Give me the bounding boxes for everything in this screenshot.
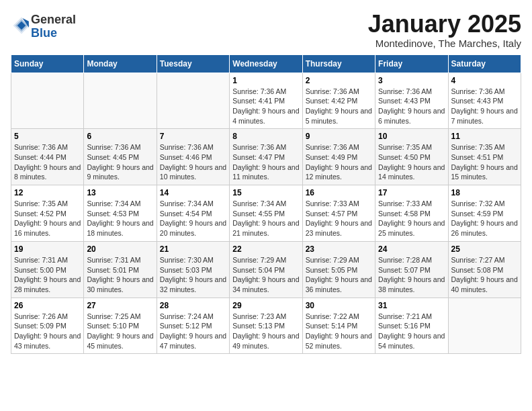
weekday-header-tuesday: Tuesday (157, 54, 229, 73)
day-info: Sunrise: 7:30 AM Sunset: 5:03 PM Dayligh… (160, 255, 226, 295)
day-number: 25 (451, 244, 518, 254)
calendar-cell: 30Sunrise: 7:22 AM Sunset: 5:14 PM Dayli… (302, 298, 375, 354)
day-number: 1 (232, 76, 299, 85)
day-number: 9 (306, 132, 372, 141)
day-info: Sunrise: 7:29 AM Sunset: 5:04 PM Dayligh… (232, 255, 299, 295)
calendar-cell (84, 73, 157, 129)
day-info: Sunrise: 7:36 AM Sunset: 4:41 PM Dayligh… (232, 87, 299, 126)
calendar-cell: 26Sunrise: 7:26 AM Sunset: 5:09 PM Dayli… (11, 298, 84, 354)
day-info: Sunrise: 7:31 AM Sunset: 5:00 PM Dayligh… (14, 255, 81, 295)
weekday-header-sunday: Sunday (11, 54, 84, 73)
calendar-week-row: 5Sunrise: 7:36 AM Sunset: 4:44 PM Daylig… (11, 129, 521, 185)
calendar-cell: 22Sunrise: 7:29 AM Sunset: 5:04 PM Dayli… (230, 241, 302, 298)
calendar-cell: 31Sunrise: 7:21 AM Sunset: 5:16 PM Dayli… (375, 298, 448, 354)
day-info: Sunrise: 7:29 AM Sunset: 5:05 PM Dayligh… (306, 255, 372, 295)
day-info: Sunrise: 7:34 AM Sunset: 4:54 PM Dayligh… (160, 199, 226, 238)
day-number: 29 (232, 301, 299, 310)
day-number: 10 (378, 132, 445, 141)
calendar-cell: 12Sunrise: 7:35 AM Sunset: 4:52 PM Dayli… (11, 185, 84, 242)
calendar-cell: 29Sunrise: 7:23 AM Sunset: 5:13 PM Dayli… (230, 298, 302, 354)
day-info: Sunrise: 7:36 AM Sunset: 4:44 PM Dayligh… (14, 142, 81, 182)
calendar-cell: 28Sunrise: 7:24 AM Sunset: 5:12 PM Dayli… (157, 298, 229, 354)
calendar-cell: 20Sunrise: 7:31 AM Sunset: 5:01 PM Dayli… (84, 241, 157, 298)
weekday-header-row: SundayMondayTuesdayWednesdayThursdayFrid… (11, 54, 521, 73)
day-info: Sunrise: 7:36 AM Sunset: 4:47 PM Dayligh… (232, 142, 299, 182)
day-info: Sunrise: 7:33 AM Sunset: 4:57 PM Dayligh… (306, 199, 372, 238)
calendar-cell: 8Sunrise: 7:36 AM Sunset: 4:47 PM Daylig… (230, 129, 302, 185)
calendar-cell: 3Sunrise: 7:36 AM Sunset: 4:43 PM Daylig… (375, 73, 448, 129)
calendar-week-row: 1Sunrise: 7:36 AM Sunset: 4:41 PM Daylig… (11, 73, 521, 129)
calendar-week-row: 19Sunrise: 7:31 AM Sunset: 5:00 PM Dayli… (11, 241, 521, 298)
day-number: 21 (160, 244, 226, 254)
day-number: 22 (232, 244, 299, 254)
calendar-cell: 1Sunrise: 7:36 AM Sunset: 4:41 PM Daylig… (230, 73, 302, 129)
day-info: Sunrise: 7:26 AM Sunset: 5:09 PM Dayligh… (14, 312, 81, 351)
calendar-week-row: 12Sunrise: 7:35 AM Sunset: 4:52 PM Dayli… (11, 185, 521, 242)
calendar-cell: 24Sunrise: 7:28 AM Sunset: 5:07 PM Dayli… (375, 241, 448, 298)
calendar-title: January 2025 (368, 11, 521, 38)
title-block: January 2025 Montedinove, The Marches, I… (368, 11, 521, 49)
day-info: Sunrise: 7:36 AM Sunset: 4:45 PM Dayligh… (87, 142, 153, 182)
weekday-header-thursday: Thursday (302, 54, 375, 73)
calendar-cell: 18Sunrise: 7:32 AM Sunset: 4:59 PM Dayli… (448, 185, 521, 242)
logo-icon (12, 16, 31, 35)
day-info: Sunrise: 7:25 AM Sunset: 5:10 PM Dayligh… (87, 312, 153, 351)
day-info: Sunrise: 7:32 AM Sunset: 4:59 PM Dayligh… (451, 199, 518, 238)
day-number: 14 (160, 188, 226, 197)
day-number: 3 (378, 76, 445, 85)
calendar-cell: 14Sunrise: 7:34 AM Sunset: 4:54 PM Dayli… (157, 185, 229, 242)
day-number: 15 (232, 188, 299, 197)
day-info: Sunrise: 7:36 AM Sunset: 4:43 PM Dayligh… (378, 87, 445, 126)
calendar-cell (11, 73, 84, 129)
day-number: 11 (451, 132, 518, 141)
day-number: 17 (378, 188, 445, 197)
day-info: Sunrise: 7:33 AM Sunset: 4:58 PM Dayligh… (378, 199, 445, 238)
calendar-week-row: 26Sunrise: 7:26 AM Sunset: 5:09 PM Dayli… (11, 298, 521, 354)
day-info: Sunrise: 7:23 AM Sunset: 5:13 PM Dayligh… (232, 312, 299, 351)
day-info: Sunrise: 7:35 AM Sunset: 4:51 PM Dayligh… (451, 142, 518, 182)
day-number: 8 (232, 132, 299, 141)
day-info: Sunrise: 7:21 AM Sunset: 5:16 PM Dayligh… (378, 312, 445, 351)
day-number: 31 (378, 301, 445, 310)
calendar-cell: 10Sunrise: 7:35 AM Sunset: 4:50 PM Dayli… (375, 129, 448, 185)
day-info: Sunrise: 7:31 AM Sunset: 5:01 PM Dayligh… (87, 255, 153, 295)
calendar-cell: 5Sunrise: 7:36 AM Sunset: 4:44 PM Daylig… (11, 129, 84, 185)
weekday-header-monday: Monday (84, 54, 157, 73)
calendar-cell: 11Sunrise: 7:35 AM Sunset: 4:51 PM Dayli… (448, 129, 521, 185)
day-number: 12 (14, 188, 81, 197)
day-number: 23 (306, 244, 372, 254)
calendar-cell: 9Sunrise: 7:36 AM Sunset: 4:49 PM Daylig… (302, 129, 375, 185)
calendar-subtitle: Montedinove, The Marches, Italy (368, 38, 521, 49)
day-number: 7 (160, 132, 226, 141)
weekday-header-saturday: Saturday (448, 54, 521, 73)
day-info: Sunrise: 7:34 AM Sunset: 4:55 PM Dayligh… (232, 199, 299, 238)
weekday-header-friday: Friday (375, 54, 448, 73)
calendar-cell: 4Sunrise: 7:36 AM Sunset: 4:43 PM Daylig… (448, 73, 521, 129)
calendar-cell: 21Sunrise: 7:30 AM Sunset: 5:03 PM Dayli… (157, 241, 229, 298)
calendar-cell: 16Sunrise: 7:33 AM Sunset: 4:57 PM Dayli… (302, 185, 375, 242)
calendar-cell: 19Sunrise: 7:31 AM Sunset: 5:00 PM Dayli… (11, 241, 84, 298)
day-number: 2 (306, 76, 372, 85)
day-info: Sunrise: 7:35 AM Sunset: 4:52 PM Dayligh… (14, 199, 81, 238)
day-info: Sunrise: 7:36 AM Sunset: 4:49 PM Dayligh… (306, 142, 372, 182)
day-info: Sunrise: 7:27 AM Sunset: 5:08 PM Dayligh… (451, 255, 518, 295)
calendar-cell: 6Sunrise: 7:36 AM Sunset: 4:45 PM Daylig… (84, 129, 157, 185)
calendar-cell: 25Sunrise: 7:27 AM Sunset: 5:08 PM Dayli… (448, 241, 521, 298)
calendar-cell (157, 73, 229, 129)
logo-blue-text: Blue (31, 26, 57, 40)
day-number: 4 (451, 76, 518, 85)
calendar-cell: 15Sunrise: 7:34 AM Sunset: 4:55 PM Dayli… (230, 185, 302, 242)
day-number: 5 (14, 132, 81, 141)
day-info: Sunrise: 7:28 AM Sunset: 5:07 PM Dayligh… (378, 255, 445, 295)
page-header: General Blue January 2025 Montedinove, T… (11, 11, 521, 49)
day-number: 6 (87, 132, 153, 141)
day-info: Sunrise: 7:22 AM Sunset: 5:14 PM Dayligh… (306, 312, 372, 351)
day-number: 26 (14, 301, 81, 310)
calendar-cell: 27Sunrise: 7:25 AM Sunset: 5:10 PM Dayli… (84, 298, 157, 354)
day-info: Sunrise: 7:36 AM Sunset: 4:42 PM Dayligh… (306, 87, 372, 126)
day-info: Sunrise: 7:24 AM Sunset: 5:12 PM Dayligh… (160, 312, 226, 351)
day-info: Sunrise: 7:34 AM Sunset: 4:53 PM Dayligh… (87, 199, 153, 238)
day-info: Sunrise: 7:36 AM Sunset: 4:46 PM Dayligh… (160, 142, 226, 182)
logo-general-text: General (31, 13, 76, 26)
day-number: 18 (451, 188, 518, 197)
